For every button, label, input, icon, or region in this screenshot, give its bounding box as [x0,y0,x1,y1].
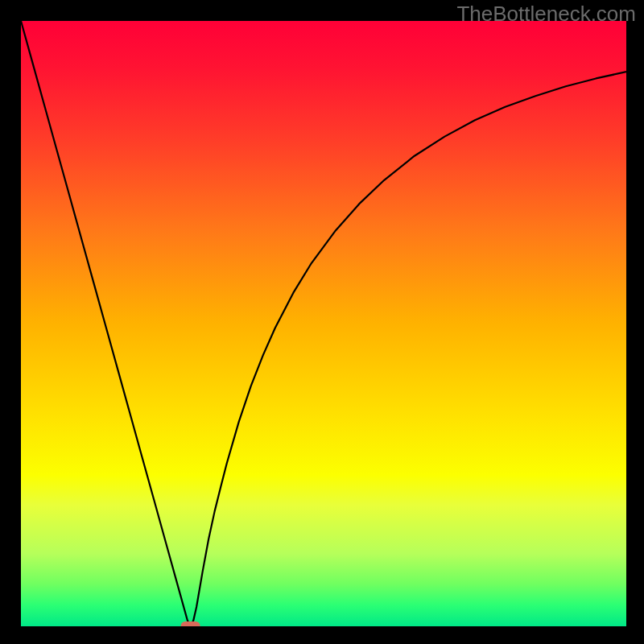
chart-svg [21,21,626,626]
chart-frame: TheBottleneck.com [0,0,644,644]
watermark-text: TheBottleneck.com [456,2,636,27]
gradient-background [21,21,626,626]
plot-area [21,21,626,626]
optimal-point-marker [181,621,200,626]
